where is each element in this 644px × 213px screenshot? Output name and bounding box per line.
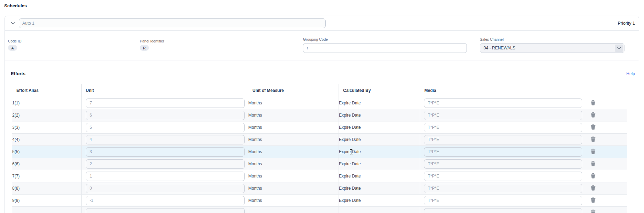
media-input[interactable] — [424, 147, 582, 157]
unit-input[interactable] — [86, 208, 245, 213]
table-row: 5(5) Months Expire Date — [12, 146, 627, 158]
help-link[interactable]: Help — [626, 71, 635, 76]
unit-input[interactable] — [86, 172, 245, 181]
effort-alias-cell: 9(9) — [12, 195, 82, 207]
collapse-toggle-button[interactable] — [9, 19, 17, 27]
delete-row-button[interactable] — [590, 148, 596, 156]
media-input[interactable] — [424, 111, 582, 120]
table-row — [12, 207, 627, 213]
trash-icon — [591, 136, 596, 143]
trash-icon — [591, 124, 596, 131]
trash-icon — [591, 173, 596, 180]
unit-of-measure-cell: Months — [248, 182, 339, 195]
column-header-unit-of-measure: Unit of Measure — [248, 84, 339, 97]
table-row: 8(8) Months Expire Date — [12, 182, 627, 195]
sales-channel-value: 04 - RENEWALS — [484, 46, 515, 50]
column-header-unit: Unit — [82, 84, 248, 97]
effort-alias-cell: 5(5) — [12, 146, 82, 158]
trash-icon — [591, 185, 596, 192]
column-header-media: Media — [420, 84, 627, 97]
trash-icon — [591, 210, 596, 213]
schedule-card-header: Priority 1 — [5, 16, 639, 31]
unit-input[interactable] — [86, 98, 245, 108]
media-input[interactable] — [424, 135, 582, 144]
trash-icon — [591, 161, 596, 167]
panel-identifier-label: Panel Identifier — [140, 39, 164, 43]
effort-alias-cell: 7(7) — [12, 170, 82, 182]
code-id-label: Code ID — [8, 39, 22, 43]
unit-input[interactable] — [86, 159, 245, 169]
calculated-by-cell: Expire Date — [339, 158, 420, 170]
unit-of-measure-cell: Months — [248, 158, 339, 170]
table-row: 4(4) Months Expire Date — [12, 134, 627, 146]
grouping-code-label: Grouping Code — [303, 37, 467, 41]
schedule-card: Priority 1 Code ID A Panel Identifier R … — [5, 16, 639, 213]
code-id-badge: A — [8, 45, 17, 51]
delete-row-button[interactable] — [590, 209, 596, 213]
table-row: 2(2) Months Expire Date — [12, 109, 627, 121]
unit-input[interactable] — [86, 111, 245, 120]
trash-icon — [591, 197, 596, 204]
field-sales-channel: Sales Channel 04 - RENEWALS — [480, 37, 624, 53]
unit-of-measure-cell: Months — [248, 134, 339, 146]
table-row: 3(3) Months Expire Date — [12, 121, 627, 134]
media-input[interactable] — [424, 208, 582, 213]
delete-row-button[interactable] — [590, 111, 596, 119]
chevron-down-icon — [11, 21, 15, 26]
unit-input[interactable] — [86, 196, 245, 205]
efforts-table: Effort Alias Unit Unit of Measure Calcul… — [12, 84, 627, 213]
calculated-by-cell — [339, 207, 420, 213]
unit-input[interactable] — [86, 184, 245, 193]
delete-row-button[interactable] — [590, 160, 596, 168]
table-row: 9(9) Months Expire Date — [12, 195, 627, 207]
media-input[interactable] — [424, 98, 582, 108]
efforts-section-title: Efforts — [11, 71, 25, 76]
field-code-id: Code ID A — [8, 39, 22, 51]
media-input[interactable] — [424, 172, 582, 181]
table-row: 6(6) Months Expire Date — [12, 158, 627, 170]
effort-alias-cell: 8(8) — [12, 182, 82, 195]
trash-icon — [591, 112, 596, 119]
effort-alias-cell: 4(4) — [12, 134, 82, 146]
page-title: Schedules — [4, 3, 27, 8]
effort-alias-cell — [12, 207, 82, 213]
media-input[interactable] — [424, 123, 582, 132]
calculated-by-cell: Expire Date — [339, 182, 420, 195]
calculated-by-cell: Expire Date — [339, 109, 420, 121]
unit-input[interactable] — [86, 123, 245, 132]
column-header-effort-alias: Effort Alias — [12, 84, 82, 97]
sales-channel-select[interactable]: 04 - RENEWALS — [480, 43, 624, 53]
grouping-code-input[interactable] — [303, 43, 467, 53]
table-row: 1(1) Months Expire Date — [12, 97, 627, 109]
effort-alias-cell: 1(1) — [12, 97, 82, 109]
delete-row-button[interactable] — [590, 197, 596, 205]
unit-input[interactable] — [86, 147, 245, 157]
trash-icon — [591, 149, 596, 155]
media-input[interactable] — [424, 196, 582, 205]
unit-of-measure-cell: Months — [248, 121, 339, 134]
unit-of-measure-cell: Months — [248, 109, 339, 121]
effort-alias-cell: 2(2) — [12, 109, 82, 121]
priority-label: Priority 1 — [618, 21, 635, 26]
panel-identifier-badge: R — [140, 45, 149, 51]
effort-alias-cell: 3(3) — [12, 121, 82, 134]
schedule-name-input[interactable] — [19, 18, 326, 28]
trash-icon — [591, 100, 596, 106]
delete-row-button[interactable] — [590, 172, 596, 180]
calculated-by-cell: Expire Date — [339, 170, 420, 182]
effort-alias-cell: 6(6) — [12, 158, 82, 170]
chevron-down-icon — [615, 45, 623, 52]
calculated-by-cell: Expire Date — [339, 121, 420, 134]
unit-of-measure-cell: Months — [248, 195, 339, 207]
delete-row-button[interactable] — [590, 99, 596, 107]
media-input[interactable] — [424, 184, 582, 193]
delete-row-button[interactable] — [590, 136, 596, 144]
calculated-by-cell: Expire Date — [339, 195, 420, 207]
delete-row-button[interactable] — [590, 184, 596, 192]
unit-input[interactable] — [86, 135, 245, 144]
table-row: 7(7) Months Expire Date — [12, 170, 627, 182]
field-grouping-code: Grouping Code — [303, 37, 467, 53]
unit-of-measure-cell: Months — [248, 146, 339, 158]
delete-row-button[interactable] — [590, 124, 596, 132]
media-input[interactable] — [424, 159, 582, 169]
